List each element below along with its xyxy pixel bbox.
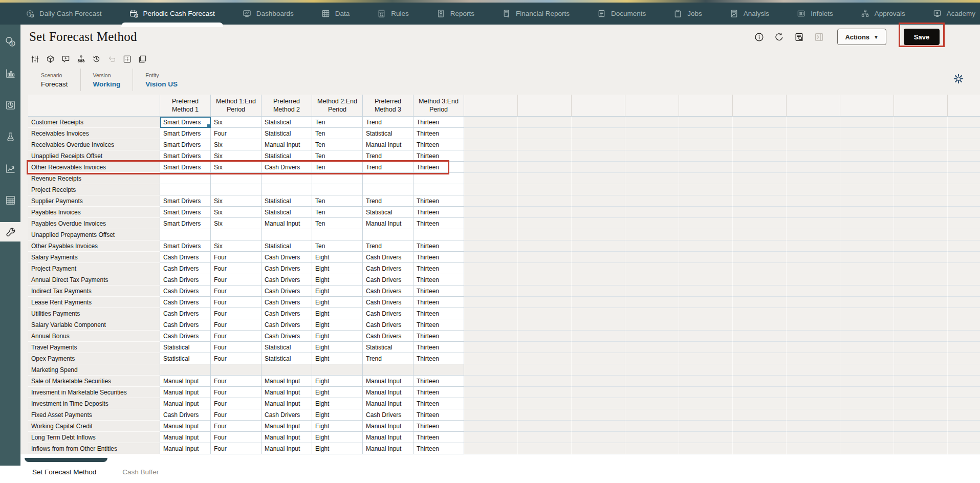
grid-cell[interactable]: Cash Drivers	[262, 308, 312, 319]
nav-tab-dashboards[interactable]: Dashboards	[243, 3, 294, 25]
row-label[interactable]: Salary Variable Component	[28, 319, 160, 331]
grid-cell[interactable]: Ten	[312, 207, 363, 218]
grid-cell[interactable]: Statistical	[262, 195, 312, 207]
grid-cell[interactable]: Thirteen	[413, 387, 464, 398]
grid-cell[interactable]: Cash Drivers	[262, 286, 312, 297]
grid-cell[interactable]: Manual Input	[363, 421, 413, 432]
grid-cell[interactable]	[262, 364, 312, 376]
grid-cell[interactable]: Statistical	[262, 128, 312, 139]
row-label[interactable]: Project Payment	[28, 263, 160, 274]
grid-cell[interactable]	[211, 364, 262, 376]
info-icon[interactable]	[754, 32, 764, 42]
nav-tab-data[interactable]: Data	[321, 3, 350, 25]
row-label[interactable]: Customer Receipts	[28, 117, 160, 128]
grid-cell[interactable]: Cash Drivers	[363, 263, 413, 274]
hierarchy-icon[interactable]	[77, 55, 85, 63]
grid-cell[interactable]	[413, 173, 464, 184]
nav-tab-daily-cash-forecast[interactable]: $$Daily Cash Forecast	[26, 3, 102, 25]
grid-cell[interactable]: Cash Drivers	[262, 297, 312, 308]
grid-cell[interactable]: Smart Drivers	[160, 240, 211, 252]
row-label[interactable]: Working Capital Credit	[28, 421, 160, 432]
grid-cell[interactable]: Manual Input	[363, 432, 413, 443]
grid-cell[interactable]: Cash Drivers	[160, 252, 211, 263]
row-label[interactable]: Salary Payments	[28, 252, 160, 263]
grid-cell[interactable]: Thirteen	[413, 128, 464, 139]
row-label[interactable]: Investment in Time Deposits	[28, 398, 160, 409]
grid-cell[interactable]: Cash Drivers	[262, 162, 312, 173]
grid-cell[interactable]: Manual Input	[160, 376, 211, 387]
nav-tab-academy[interactable]: Academy	[933, 3, 975, 25]
grid-cell[interactable]: Six	[211, 240, 262, 252]
grid-cell[interactable]	[262, 229, 312, 240]
row-label[interactable]: Fixed Asset Payments	[28, 409, 160, 421]
row-label[interactable]: Unapplied Prepayments Offset	[28, 229, 160, 240]
grid-cell[interactable]: Cash Drivers	[363, 409, 413, 421]
grid-cell[interactable]: Cash Drivers	[363, 252, 413, 263]
grid-cell[interactable]: Thirteen	[413, 376, 464, 387]
row-label[interactable]: Supplier Payments	[28, 195, 160, 207]
grid-cell[interactable]: Statistical	[262, 342, 312, 353]
comment-add-icon[interactable]	[61, 55, 70, 63]
grid-cell[interactable]: Ten	[312, 128, 363, 139]
grid-cell[interactable]: Trend	[363, 353, 413, 364]
row-label[interactable]: Utilities Payments	[28, 308, 160, 319]
grid-cell[interactable]: Four	[211, 353, 262, 364]
grid-cell[interactable]: Trend	[363, 150, 413, 162]
grid-cell[interactable]: Statistical	[262, 207, 312, 218]
grid-cell[interactable]: Manual Input	[262, 421, 312, 432]
grid-cell[interactable]: Eight	[312, 286, 363, 297]
grid-cell[interactable]: Eight	[312, 297, 363, 308]
grid-cell[interactable]: Cash Drivers	[363, 274, 413, 286]
grid-cell[interactable]: Six	[211, 117, 262, 128]
sidebar-item-pie-chart-icon[interactable]	[0, 95, 20, 115]
grid-cell[interactable]: Thirteen	[413, 240, 464, 252]
grid-cell[interactable]: Thirteen	[413, 342, 464, 353]
window-layout-icon[interactable]	[138, 55, 147, 63]
grid-cell[interactable]: Thirteen	[413, 398, 464, 409]
grid-cell[interactable]: Cash Drivers	[160, 297, 211, 308]
bottom-tab-cash-buffer[interactable]: Cash Buffer	[122, 468, 159, 476]
refresh-icon[interactable]	[774, 32, 784, 42]
grid-cell[interactable]: Cash Drivers	[262, 263, 312, 274]
grid-cell[interactable]	[160, 229, 211, 240]
grid-cell[interactable]	[363, 229, 413, 240]
pov-item-entity[interactable]: EntityVision US	[133, 69, 190, 91]
row-label[interactable]: Inflows from from Other Entities	[28, 443, 160, 454]
grid-cell[interactable]: Smart Drivers	[160, 128, 211, 139]
grid-cell[interactable]: Eight	[312, 376, 363, 387]
grid-cell[interactable]: Ten	[312, 195, 363, 207]
grid-cell[interactable]: Thirteen	[413, 432, 464, 443]
grid-cell[interactable]: Thirteen	[413, 409, 464, 421]
grid-cell[interactable]: Cash Drivers	[363, 319, 413, 331]
grid-cell[interactable]: Manual Input	[262, 443, 312, 454]
grid-cell[interactable]: Statistical	[262, 117, 312, 128]
grid-cell[interactable]: Eight	[312, 263, 363, 274]
grid-cell[interactable]: Eight	[312, 398, 363, 409]
pov-value-scenario[interactable]: Forecast	[41, 80, 68, 88]
grid-cell[interactable]: Manual Input	[262, 432, 312, 443]
grid-cell[interactable]: Cash Drivers	[160, 331, 211, 342]
grid-cell[interactable]: Thirteen	[413, 263, 464, 274]
query-list-icon[interactable]	[794, 32, 804, 42]
grid-cell[interactable]: Thirteen	[413, 274, 464, 286]
grid-cell[interactable]	[211, 229, 262, 240]
grid-cell[interactable]: Eight	[312, 308, 363, 319]
grid-cell[interactable]: Four	[211, 409, 262, 421]
grid-cell[interactable]: Statistical	[160, 342, 211, 353]
grid-cell[interactable]: Statistical	[363, 128, 413, 139]
grid-cell[interactable]: Ten	[312, 139, 363, 150]
grid-cell[interactable]	[160, 364, 211, 376]
grid-options-icon[interactable]	[123, 55, 132, 63]
grid-cell[interactable]: Cash Drivers	[160, 319, 211, 331]
grid-cell[interactable]: Eight	[312, 342, 363, 353]
grid-cell[interactable]: Trend	[363, 240, 413, 252]
grid-cell[interactable]: Four	[211, 286, 262, 297]
row-label[interactable]: Invesment in Marketable Securities	[28, 387, 160, 398]
nav-tab-documents[interactable]: Documents	[597, 3, 646, 25]
grid-cell[interactable]: Statistical	[160, 353, 211, 364]
nav-tab-infolets[interactable]: Infolets	[797, 3, 833, 25]
grid-cell[interactable]: Four	[211, 274, 262, 286]
grid-cell[interactable]: Thirteen	[413, 139, 464, 150]
grid-cell[interactable]: Thirteen	[413, 207, 464, 218]
cube-icon[interactable]	[46, 55, 55, 63]
